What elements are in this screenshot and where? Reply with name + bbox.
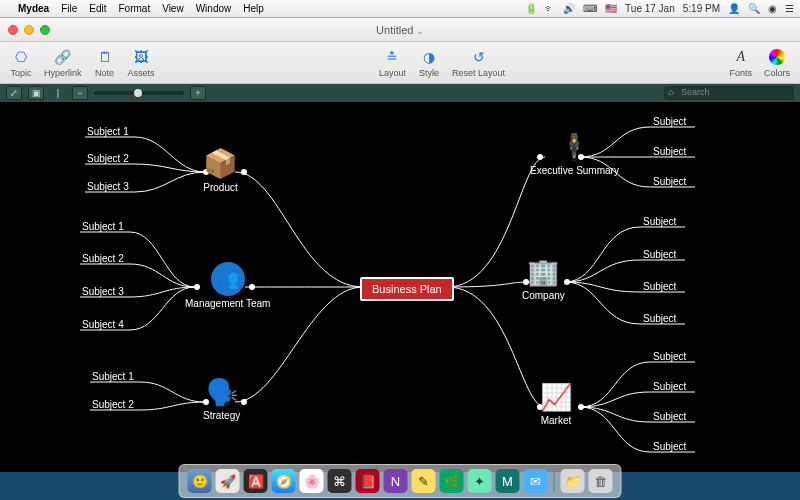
dock-safari-icon[interactable]: 🧭 [272, 469, 296, 493]
dock-launchpad-icon[interactable]: 🚀 [216, 469, 240, 493]
menu-view[interactable]: View [162, 3, 184, 14]
dock-app-5-icon[interactable]: ✉︎ [524, 469, 548, 493]
menu-format[interactable]: Format [118, 3, 150, 14]
window-minimize-button[interactable] [24, 25, 34, 35]
dock-app-2-icon[interactable]: ✎ [412, 469, 436, 493]
toolbar-assets-button[interactable]: 🖼 Assets [128, 48, 155, 78]
menu-edit[interactable]: Edit [89, 3, 106, 14]
leaf[interactable]: Subject [653, 176, 686, 187]
branch-label: Company [522, 290, 565, 301]
dock-app-3-icon[interactable]: 🌿 [440, 469, 464, 493]
zoom-center-button[interactable]: ▣ [28, 86, 44, 100]
dock: 🙂 🚀 🅰️ 🧭 🌸 ⌘ 📕 N ✎ 🌿 ✦ M ✉︎ 📁 🗑 [179, 464, 622, 498]
document-title[interactable]: Untitled [376, 24, 424, 36]
central-topic[interactable]: Business Plan [360, 277, 454, 301]
dock-app-4-icon[interactable]: ✦ [468, 469, 492, 493]
dock-mydea-icon[interactable]: M [496, 469, 520, 493]
branch-label: Management Team [185, 298, 270, 309]
toolbar-label: Style [419, 68, 439, 78]
menubar-time[interactable]: 5:19 PM [683, 3, 720, 14]
notification-center-icon[interactable]: ☰ [785, 3, 794, 14]
toolbar-label: Reset Layout [452, 68, 505, 78]
window-titlebar[interactable]: Untitled [0, 18, 800, 42]
menu-file[interactable]: File [61, 3, 77, 14]
wifi-icon[interactable]: ᯤ [545, 3, 555, 14]
zoom-fit-button[interactable]: ⤢ [6, 86, 22, 100]
toolbar-label: Layout [379, 68, 406, 78]
menubar-date[interactable]: Tue 17 Jan [625, 3, 675, 14]
leaf[interactable]: Subject 2 [87, 153, 129, 164]
leaf[interactable]: Subject 3 [87, 181, 129, 192]
leaf[interactable]: Subject [653, 381, 686, 392]
fonts-icon: A [730, 48, 752, 66]
dock-appstore-icon[interactable]: 🅰️ [244, 469, 268, 493]
leaf[interactable]: Subject [653, 441, 686, 452]
leaf[interactable]: Subject 4 [82, 319, 124, 330]
branch-executive-summary[interactable]: 🕴️ Executive Summary [530, 132, 619, 176]
leaf[interactable]: Subject [643, 281, 676, 292]
leaf[interactable]: Subject [643, 249, 676, 260]
menu-window[interactable]: Window [196, 3, 232, 14]
leaf[interactable]: Subject 1 [87, 126, 129, 137]
leaf[interactable]: Subject 1 [82, 221, 124, 232]
flag-icon[interactable]: 🇺🇸 [605, 3, 617, 14]
window-close-button[interactable] [8, 25, 18, 35]
leaf[interactable]: Subject 1 [92, 371, 134, 382]
user-icon[interactable]: 👤 [728, 3, 740, 14]
toolbar-label: Hyperlink [44, 68, 82, 78]
spotlight-icon[interactable]: 🔍 [748, 3, 760, 14]
hyperlink-icon: 🔗 [52, 48, 74, 66]
leaf[interactable]: Subject [643, 216, 676, 227]
toolbar-colors-button[interactable]: Colors [764, 48, 790, 78]
leaf[interactable]: Subject [643, 313, 676, 324]
dock-terminal-icon[interactable]: ⌘ [328, 469, 352, 493]
toolbar-style-button[interactable]: ◑ Style [418, 48, 440, 78]
branch-management-team[interactable]: 👥 Management Team [185, 262, 270, 309]
toolbar-hyperlink-button[interactable]: 🔗 Hyperlink [44, 48, 82, 78]
zoom-out-button[interactable]: − [72, 86, 88, 100]
branch-company[interactable]: 🏢 Company [522, 257, 565, 301]
leaf[interactable]: Subject 2 [82, 253, 124, 264]
branch-label: Strategy [203, 410, 240, 421]
zoom-in-button[interactable]: + [190, 86, 206, 100]
branch-strategy[interactable]: 🗣️ Strategy [203, 377, 240, 421]
style-icon: ◑ [418, 48, 440, 66]
dock-photos-icon[interactable]: 🌸 [300, 469, 324, 493]
window-zoom-button[interactable] [40, 25, 50, 35]
toolbar-layout-button[interactable]: ≛ Layout [379, 48, 406, 78]
strategy-icon: 🗣️ [206, 377, 238, 408]
dock-onenote-icon[interactable]: N [384, 469, 408, 493]
battery-icon[interactable]: 🔋 [525, 3, 537, 14]
zoom-slider[interactable] [94, 91, 184, 95]
search-input[interactable]: Search [664, 86, 794, 100]
mindmap-canvas[interactable]: Business Plan 📦 Product 👥 Management Tea… [0, 102, 800, 472]
dock-trash-icon[interactable]: 🗑 [589, 469, 613, 493]
toolbar-label: Colors [764, 68, 790, 78]
dock-app-1-icon[interactable]: 📕 [356, 469, 380, 493]
toolbar-fonts-button[interactable]: A Fonts [729, 48, 752, 78]
leaf[interactable]: Subject 2 [92, 399, 134, 410]
siri-icon[interactable]: ◉ [768, 3, 777, 14]
toolbar-topic-button[interactable]: ⎔ Topic [10, 48, 32, 78]
branch-market[interactable]: 📈 Market [540, 382, 572, 426]
toolbar-note-button[interactable]: 🗒 Note [94, 48, 116, 78]
leaf[interactable]: Subject [653, 146, 686, 157]
leaf[interactable]: Subject [653, 351, 686, 362]
dock-finder-icon[interactable]: 🙂 [188, 469, 212, 493]
layout-icon: ≛ [381, 48, 403, 66]
input-source-icon[interactable]: ⌨ [583, 3, 597, 14]
leaf[interactable]: Subject [653, 116, 686, 127]
toolbar-label: Fonts [729, 68, 752, 78]
volume-icon[interactable]: 🔊 [563, 3, 575, 14]
app-name-menu[interactable]: Mydea [18, 3, 49, 14]
branch-product[interactable]: 📦 Product [203, 147, 238, 193]
leaf[interactable]: Subject 3 [82, 286, 124, 297]
dock-folder-icon[interactable]: 📁 [561, 469, 585, 493]
menu-help[interactable]: Help [243, 3, 264, 14]
dock-separator [554, 471, 555, 491]
app-window: Untitled ⎔ Topic 🔗 Hyperlink 🗒 Note 🖼 As… [0, 18, 800, 472]
toolbar-label: Assets [128, 68, 155, 78]
toolbar-reset-layout-button[interactable]: ↺ Reset Layout [452, 48, 505, 78]
leaf[interactable]: Subject [653, 411, 686, 422]
company-icon: 🏢 [527, 257, 559, 288]
